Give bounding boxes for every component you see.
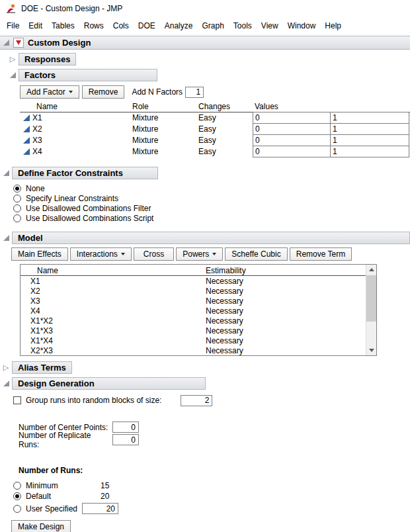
factor-row[interactable]: X2 Mixture Easy [20,123,410,135]
term-estimability[interactable]: Necessary [206,287,366,296]
model-term-row[interactable]: X4 Necessary [20,306,366,316]
remove-term-button[interactable]: Remove Term [290,247,352,261]
menu-graph[interactable]: Graph [197,19,228,33]
radio-disallowed-combinations-filter[interactable] [13,204,21,212]
factor-name[interactable]: X2 [32,124,42,134]
factor-role[interactable]: Mixture [132,147,196,156]
factor-changes[interactable]: Easy [196,147,253,156]
factor-row[interactable]: X4 Mixture Easy [20,146,410,157]
model-disclosure[interactable] [2,235,10,241]
scrollbar-up-button[interactable] [366,265,376,275]
interactions-button[interactable]: Interactions [70,247,132,261]
factor-row[interactable]: X1 Mixture Easy [20,112,410,124]
menu-analyze[interactable]: Analyze [160,19,198,33]
model-term-row[interactable]: X3 Necessary [20,296,366,306]
factors-header[interactable]: Factors [19,69,157,81]
radio-specify-linear-constraints[interactable] [13,195,21,202]
model-term-row[interactable]: X1*X3 Necessary [20,326,366,335]
scrollbar-down-button[interactable] [366,345,376,355]
cross-button[interactable]: Cross [134,247,174,261]
term-estimability[interactable]: Necessary [206,306,366,316]
custom-design-header[interactable]: Custom Design [0,36,410,50]
term-estimability[interactable]: Necessary [206,346,366,355]
group-runs-checkbox[interactable] [13,396,21,404]
center-points-input[interactable] [112,421,139,433]
add-n-factors-input[interactable] [185,87,204,98]
responses-header[interactable]: Responses [19,53,76,66]
factor-name[interactable]: X4 [32,147,42,156]
remove-factor-button[interactable]: Remove [82,85,125,99]
menu-edit[interactable]: Edit [24,19,47,33]
menu-view[interactable]: View [257,19,283,33]
menu-file[interactable]: File [2,19,24,33]
menu-doe[interactable]: DOE [134,19,160,33]
term-estimability[interactable]: Necessary [206,336,366,345]
factor-high-value[interactable] [330,134,409,146]
term-estimability[interactable]: Necessary [206,326,366,335]
factor-changes[interactable]: Easy [196,136,253,145]
block-size-input[interactable] [181,395,212,406]
constraints-header[interactable]: Define Factor Constraints [12,167,158,179]
replicate-runs-input[interactable] [112,434,139,445]
radio-none[interactable] [13,185,21,193]
model-term-row[interactable]: X1*X4 Necessary [20,335,366,345]
factor-low-value[interactable] [253,112,331,124]
user-specified-runs-input[interactable] [82,503,118,514]
menu-tables[interactable]: Tables [47,19,79,33]
model-header[interactable]: Model [12,232,410,244]
radio-disallowed-combinations-script[interactable] [13,214,21,222]
radio-default-runs[interactable] [13,492,21,500]
term-estimability[interactable]: Necessary [206,296,366,306]
disclosure-closed-icon: ▷ [3,364,9,371]
design-generation-disclosure[interactable] [2,380,10,386]
factor-name[interactable]: X3 [32,136,42,145]
menu-tools[interactable]: Tools [229,19,257,33]
add-factor-button[interactable]: Add Factor [20,85,79,99]
main-effects-button[interactable]: Main Effects [11,247,68,261]
constraint-option-row: None [13,183,410,193]
red-triangle-menu-button[interactable] [13,38,24,48]
radio-user-specified-runs[interactable] [13,505,21,513]
factor-high-value[interactable] [330,112,409,124]
model-term-row[interactable]: X1*X2 Necessary [20,316,366,326]
model-term-row[interactable]: X2 Necessary [20,286,366,296]
factor-name[interactable]: X1 [32,113,42,122]
factors-table: Name Role Changes Values X1 Mixture Easy… [20,102,410,157]
powers-button[interactable]: Powers [176,247,223,261]
factor-role[interactable]: Mixture [132,136,196,145]
disclosure-open-icon [3,235,9,241]
disclosure-open-icon[interactable] [3,40,9,46]
responses-disclosure[interactable]: ▷ [9,56,17,63]
model-term-row[interactable]: X1 Necessary [20,276,366,286]
radio-minimum-runs[interactable] [13,482,21,490]
factor-high-value[interactable] [330,146,409,157]
menu-help[interactable]: Help [320,19,346,33]
factor-changes[interactable]: Easy [196,124,253,134]
factors-disclosure[interactable] [9,72,17,78]
constraints-disclosure[interactable] [2,170,10,176]
col-header-changes: Changes [196,102,253,111]
menu-window[interactable]: Window [283,19,321,33]
menu-rows[interactable]: Rows [79,19,108,33]
window-titlebar[interactable]: DOE - Custom Design - JMP [0,0,410,17]
design-generation-header[interactable]: Design Generation [12,377,206,390]
scheffe-cubic-button[interactable]: Scheffe Cubic [225,247,288,261]
make-design-button[interactable]: Make Design [11,520,71,532]
term-estimability[interactable]: Necessary [206,316,366,326]
factor-low-value[interactable] [253,123,331,135]
factor-role[interactable]: Mixture [132,124,196,134]
factor-low-value[interactable] [253,146,331,157]
alias-terms-header[interactable]: Alias Terms [12,361,72,374]
menu-cols[interactable]: Cols [108,19,134,33]
vertical-scrollbar[interactable] [366,265,376,355]
scrollbar-thumb[interactable] [366,275,376,322]
alias-terms-disclosure[interactable]: ▷ [2,364,10,371]
number-of-runs-label: Number of Runs: [19,466,410,476]
term-estimability[interactable]: Necessary [206,277,366,286]
factor-role[interactable]: Mixture [132,113,196,122]
factor-row[interactable]: X3 Mixture Easy [20,134,410,146]
factor-changes[interactable]: Easy [196,113,253,122]
factor-high-value[interactable] [330,123,409,135]
factor-low-value[interactable] [253,134,331,146]
model-term-row[interactable]: X2*X3 Necessary [20,345,366,355]
